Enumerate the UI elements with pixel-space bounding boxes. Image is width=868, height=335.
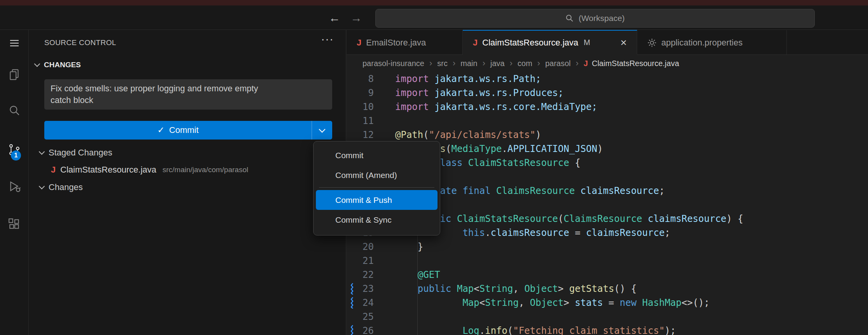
code-line[interactable]: 24 Map<String, Object> stats = new HashM… bbox=[347, 296, 868, 310]
code-text: Map<String, Object> stats = new HashMap<… bbox=[374, 296, 709, 310]
command-center-label: (Workspace) bbox=[579, 14, 625, 23]
code-line[interactable]: 8import jakarta.ws.rs.Path; bbox=[347, 72, 868, 86]
line-number: 21 bbox=[357, 254, 374, 268]
code-line[interactable]: 9import jakarta.ws.rs.Produces; bbox=[347, 86, 868, 100]
gutter-spacer bbox=[347, 254, 357, 268]
tab-emailstore[interactable]: J EmailStore.java bbox=[347, 30, 463, 55]
code-text: @Path("/api/claims/stats") bbox=[374, 128, 541, 142]
code-line[interactable]: 21 bbox=[347, 254, 868, 268]
code-line[interactable]: 12@Path("/api/claims/stats") bbox=[347, 128, 868, 142]
code-line[interactable]: 23 public Map<String, Object> getStats()… bbox=[347, 282, 868, 296]
menu-item-label: Commit & Push bbox=[335, 195, 392, 205]
code-text: import jakarta.ws.rs.core.MediaType; bbox=[374, 100, 597, 114]
check-icon: ✓ bbox=[157, 125, 164, 135]
code-text bbox=[374, 254, 395, 268]
gutter-spacer bbox=[347, 128, 357, 142]
menu-item-commit[interactable]: Commit bbox=[316, 145, 437, 165]
sidebar-item-explorer[interactable] bbox=[0, 63, 28, 86]
scm-count-badge: 1 bbox=[11, 150, 21, 161]
sidebar-item-search[interactable] bbox=[0, 99, 28, 122]
breadcrumb-item[interactable]: src bbox=[437, 59, 448, 68]
extensions-icon bbox=[8, 218, 21, 231]
modified-line-marker bbox=[347, 282, 357, 296]
tab-application-properties[interactable]: application.properties bbox=[637, 30, 787, 55]
command-center-search[interactable]: (Workspace) bbox=[375, 9, 815, 28]
commit-button-main[interactable]: ✓ Commit bbox=[44, 121, 312, 140]
changes-section[interactable]: Changes bbox=[40, 181, 83, 194]
menu-separator bbox=[319, 187, 434, 188]
sidebar-item-run-debug[interactable] bbox=[0, 175, 28, 198]
code-line[interactable]: 22 @GET bbox=[347, 268, 868, 282]
line-number: 12 bbox=[357, 128, 374, 142]
menu-button[interactable] bbox=[0, 31, 28, 55]
code-text: } bbox=[374, 240, 423, 254]
menu-item-commit-amend[interactable]: Commit (Amend) bbox=[316, 165, 437, 185]
commit-message-line2: catch block bbox=[51, 94, 326, 106]
commit-button[interactable]: ✓ Commit bbox=[44, 121, 332, 140]
gutter-spacer bbox=[347, 268, 357, 282]
commit-message-input[interactable]: Fix code smells: use proper logging and … bbox=[44, 79, 332, 110]
java-file-icon: J bbox=[357, 38, 361, 48]
commit-button-label: Commit bbox=[169, 125, 199, 135]
line-number: 26 bbox=[357, 324, 374, 335]
java-file-icon: J bbox=[473, 38, 478, 48]
sidebar-item-extensions[interactable] bbox=[0, 213, 28, 236]
code-text: Log.info("Fetching claim statistics"); bbox=[374, 324, 676, 335]
java-file-icon: J bbox=[584, 59, 588, 68]
tab-bar: J EmailStore.java J ClaimStatsResource.j… bbox=[347, 30, 868, 55]
forward-arrow-icon[interactable]: → bbox=[350, 11, 362, 24]
breadcrumb-item[interactable]: parasol-insurance bbox=[363, 59, 424, 68]
tab-label: ClaimStatsResource.java bbox=[482, 38, 578, 48]
menu-item-commit-and-push[interactable]: Commit & Push bbox=[316, 190, 437, 210]
history-navigation: ← → bbox=[329, 5, 362, 30]
back-arrow-icon[interactable]: ← bbox=[329, 11, 340, 24]
code-text: @GET bbox=[374, 268, 440, 282]
line-number: 22 bbox=[357, 268, 374, 282]
menu-item-label: Commit & Sync bbox=[335, 215, 392, 225]
chevron-down-icon bbox=[319, 126, 326, 133]
code-line[interactable]: 11 bbox=[347, 114, 868, 128]
modified-line-marker bbox=[347, 296, 357, 310]
tab-claimstatsresource[interactable]: J ClaimStatsResource.java M × bbox=[463, 30, 637, 55]
commit-dropdown-button[interactable] bbox=[312, 121, 332, 140]
files-icon bbox=[8, 68, 21, 81]
breadcrumb-file[interactable]: J ClaimStatsResource.java bbox=[584, 59, 679, 68]
code-line[interactable]: 26 Log.info("Fetching claim statistics")… bbox=[347, 324, 868, 335]
commit-message-line1: Fix code smells: use proper logging and … bbox=[51, 83, 326, 94]
code-text bbox=[374, 114, 395, 128]
source-control-sidebar: SOURCE CONTROL ··· CHANGES Fix code smel… bbox=[29, 30, 346, 335]
activity-bar: 1 bbox=[0, 30, 29, 335]
code-line[interactable]: 20 } bbox=[347, 240, 868, 254]
code-text bbox=[374, 310, 395, 324]
breadcrumb-separator-icon: › bbox=[576, 58, 579, 68]
breadcrumb-file-label: ClaimStatsResource.java bbox=[592, 59, 679, 68]
breadcrumb-item[interactable]: java bbox=[490, 59, 505, 68]
gear-icon bbox=[647, 38, 657, 47]
breadcrumb-item[interactable]: main bbox=[460, 59, 477, 68]
breadcrumb-separator-icon: › bbox=[429, 58, 432, 68]
tab-strip-empty bbox=[787, 30, 868, 55]
line-number: 23 bbox=[357, 282, 374, 296]
chevron-down-icon bbox=[39, 149, 45, 155]
code-line[interactable]: 25 bbox=[347, 310, 868, 324]
menu-item-commit-and-sync[interactable]: Commit & Sync bbox=[316, 210, 437, 230]
hamburger-menu-icon bbox=[8, 37, 21, 49]
breadcrumb-item[interactable]: parasol bbox=[545, 59, 571, 68]
breadcrumb-item[interactable]: com bbox=[518, 59, 532, 68]
breadcrumb-separator-icon: › bbox=[483, 58, 485, 68]
commit-dropdown-menu: Commit Commit (Amend) Commit & Push Comm… bbox=[313, 141, 440, 236]
close-tab-icon[interactable]: × bbox=[620, 37, 627, 48]
staged-changes-section[interactable]: Staged Changes bbox=[40, 147, 112, 159]
code-line[interactable]: 10import jakarta.ws.rs.core.MediaType; bbox=[347, 100, 868, 114]
changes-label: Changes bbox=[49, 182, 83, 192]
sidebar-item-source-control[interactable]: 1 bbox=[0, 138, 28, 161]
changes-section-header[interactable]: CHANGES bbox=[35, 59, 81, 71]
line-number: 24 bbox=[357, 296, 374, 310]
code-text: import jakarta.ws.rs.Produces; bbox=[374, 86, 563, 100]
more-actions-icon[interactable]: ··· bbox=[321, 32, 334, 45]
staged-file-name: ClaimStatsResource.java bbox=[60, 165, 156, 175]
title-bar: ← → (Workspace) bbox=[0, 5, 868, 30]
search-magnifier-icon bbox=[8, 104, 21, 117]
breadcrumb-separator-icon: › bbox=[537, 58, 540, 68]
staged-file-row[interactable]: J ClaimStatsResource.java src/main/java/… bbox=[51, 164, 248, 176]
